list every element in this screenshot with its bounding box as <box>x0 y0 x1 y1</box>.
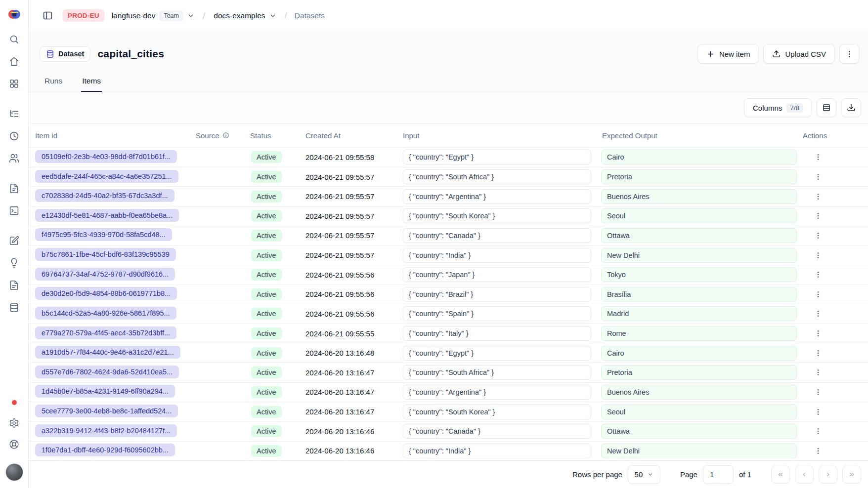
row-actions-button[interactable] <box>811 267 825 282</box>
page-actions-button[interactable] <box>839 44 859 64</box>
first-page-button[interactable]: « <box>771 466 790 484</box>
expected-output-cell[interactable]: Ottawa <box>601 424 797 439</box>
input-cell[interactable]: { "country": "South Korea" } <box>403 405 591 419</box>
item-id-pill[interactable]: 69764737-34af-4752-9787-d90df9616... <box>35 268 175 281</box>
row-actions-button[interactable] <box>811 208 825 223</box>
project-switcher[interactable]: docs-examples <box>213 9 277 22</box>
row-actions-button[interactable] <box>811 169 825 184</box>
sidebar-toggle-button[interactable] <box>39 7 56 25</box>
expected-output-cell[interactable]: Ottawa <box>601 228 797 243</box>
item-id-pill[interactable]: c702838d-24d5-40a2-bf35-67dc3a3df... <box>35 189 174 202</box>
row-actions-button[interactable] <box>811 326 825 341</box>
row-actions-button[interactable] <box>811 405 825 419</box>
item-id-pill[interactable]: e12430df-5e81-4687-aabb-f0ea65be8a... <box>35 209 179 222</box>
previous-page-button[interactable]: ‹ <box>795 466 814 484</box>
scores-icon[interactable] <box>9 183 19 194</box>
input-cell[interactable]: { "country": "Egypt" } <box>403 150 591 164</box>
expected-output-cell[interactable]: Tokyo <box>601 267 797 282</box>
input-cell[interactable]: { "country": "South Korea" } <box>403 208 591 223</box>
expected-output-cell[interactable]: Rome <box>601 326 797 341</box>
expected-output-cell[interactable]: Madrid <box>601 306 797 321</box>
item-id-pill[interactable]: a1910d57-7f84-440c-9e46-a31c2d7e21... <box>35 346 180 359</box>
input-cell[interactable]: { "country": "South Africa" } <box>403 365 591 380</box>
org-switcher[interactable]: langfuse-dev Team <box>111 8 195 23</box>
new-item-button[interactable]: New item <box>697 44 759 64</box>
row-actions-button[interactable] <box>811 306 825 321</box>
datasets-icon[interactable] <box>9 302 19 313</box>
item-id-pill[interactable]: b75c7861-1fbe-45cf-bdf6-83f139c95539 <box>35 248 176 261</box>
user-avatar[interactable] <box>5 463 23 481</box>
info-icon[interactable] <box>222 132 229 139</box>
item-id-pill[interactable]: f4975c95-5fc3-4939-970d-58fa5cd48... <box>35 228 172 241</box>
search-icon[interactable] <box>9 34 19 44</box>
prompts-icon[interactable] <box>9 236 19 246</box>
input-cell[interactable]: { "country": "Italy" } <box>403 326 591 341</box>
row-actions-button[interactable] <box>811 346 825 361</box>
row-height-button[interactable] <box>817 98 836 117</box>
expected-output-cell[interactable]: Buenos Aires <box>601 385 797 400</box>
input-cell[interactable]: { "country": "India" } <box>403 444 591 458</box>
evaluation-icon[interactable] <box>9 258 19 268</box>
input-cell[interactable]: { "country": "Canada" } <box>403 228 591 243</box>
row-actions-button[interactable] <box>811 365 825 380</box>
columns-button[interactable]: Columns 7/8 <box>744 98 812 117</box>
export-button[interactable] <box>841 98 861 117</box>
item-id-pill[interactable]: a322b319-9412-4f43-b8f2-b20484127f... <box>35 424 177 437</box>
row-actions-button[interactable] <box>811 189 825 204</box>
item-id-pill[interactable]: 1f0e7da1-dbff-4e60-929d-f6095602bb... <box>35 444 175 456</box>
input-cell[interactable]: { "country": "Brazil" } <box>403 287 591 302</box>
kebab-menu-icon <box>814 408 822 416</box>
input-cell[interactable]: { "country": "Argentina" } <box>403 189 591 204</box>
item-id-pill[interactable]: de30d2e0-f5d9-4854-88b6-0619771b8... <box>35 287 177 300</box>
item-id-pill[interactable]: b5c144cd-52a5-4a80-926e-58617f895... <box>35 307 176 320</box>
breadcrumb-section[interactable]: Datasets <box>295 11 325 20</box>
sessions-icon[interactable] <box>9 131 19 141</box>
expected-output-cell[interactable]: Pretoria <box>601 365 797 380</box>
expected-output-cell[interactable]: Buenos Aires <box>601 189 797 204</box>
item-id-pill[interactable]: 05109ef0-2e3b-4e03-98dd-8f7d01b61f... <box>35 150 177 163</box>
row-actions-button[interactable] <box>811 228 825 243</box>
input-cell[interactable]: { "country": "Egypt" } <box>403 346 591 361</box>
row-actions-button[interactable] <box>811 424 825 439</box>
row-actions-button[interactable] <box>811 444 825 458</box>
row-actions-button[interactable] <box>811 150 825 164</box>
next-page-button[interactable]: › <box>819 466 837 484</box>
expected-output-cell[interactable]: Seoul <box>601 405 797 419</box>
input-cell[interactable]: { "country": "Spain" } <box>403 306 591 321</box>
item-id-pill[interactable]: 5cee7779-3e00-4eb8-be8c-1affedd524... <box>35 405 178 417</box>
playground-icon[interactable] <box>9 205 19 216</box>
item-id-pill[interactable]: e779a270-579a-4f45-aec4-35b72d3bff... <box>35 326 176 339</box>
annotation-icon[interactable] <box>9 280 19 290</box>
dashboards-icon[interactable] <box>9 79 19 89</box>
item-id-pill[interactable]: 1d45b0e7-b85a-4231-9149-6ff90a294... <box>35 385 175 398</box>
support-icon[interactable] <box>9 439 19 449</box>
input-cell[interactable]: { "country": "Canada" } <box>403 424 591 439</box>
row-actions-button[interactable] <box>811 385 825 400</box>
last-page-button[interactable]: » <box>842 466 861 484</box>
page-number-input[interactable] <box>703 465 734 484</box>
expected-output-cell[interactable]: Pretoria <box>601 169 797 184</box>
item-id-pill[interactable]: d557e7d6-7802-4624-9da6-52d410ea5... <box>35 366 179 378</box>
langfuse-logo[interactable] <box>7 7 21 21</box>
expected-output-cell[interactable]: Seoul <box>601 208 797 223</box>
input-cell[interactable]: { "country": "South Africa" } <box>403 169 591 184</box>
expected-output-cell[interactable]: New Delhi <box>601 444 797 458</box>
tracing-icon[interactable] <box>9 109 19 119</box>
input-cell[interactable]: { "country": "India" } <box>403 248 591 263</box>
row-actions-button[interactable] <box>811 248 825 263</box>
expected-output-cell[interactable]: Cairo <box>601 346 797 361</box>
users-icon[interactable] <box>9 153 19 163</box>
item-id-pill[interactable]: eed5dafe-244f-465c-a84c-4a6e357251... <box>35 170 178 183</box>
row-actions-button[interactable] <box>811 287 825 302</box>
upload-csv-button[interactable]: Upload CSV <box>763 44 835 64</box>
tab-runs[interactable]: Runs <box>43 77 63 92</box>
expected-output-cell[interactable]: New Delhi <box>601 248 797 263</box>
input-cell[interactable]: { "country": "Japan" } <box>403 267 591 282</box>
rows-per-page-select[interactable]: 50 <box>628 465 660 484</box>
expected-output-cell[interactable]: Brasília <box>601 287 797 302</box>
settings-gear-icon[interactable] <box>9 418 19 428</box>
home-icon[interactable] <box>9 56 19 67</box>
expected-output-cell[interactable]: Cairo <box>601 150 797 164</box>
tab-items[interactable]: Items <box>81 77 102 92</box>
input-cell[interactable]: { "country": "Argentina" } <box>403 385 591 400</box>
